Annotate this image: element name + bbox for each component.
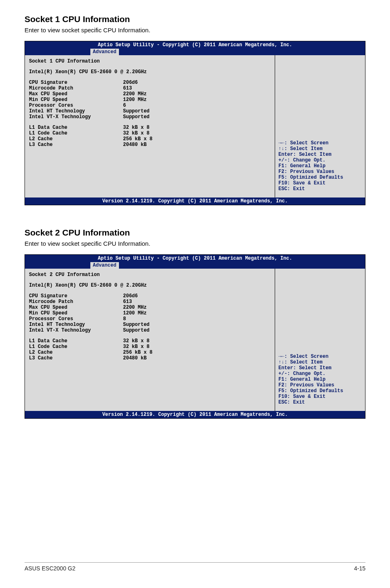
- bios-row: Intel HT TechnologySupported: [29, 322, 271, 328]
- row-label: Microcode Patch: [29, 85, 123, 91]
- row-label: Min CPU Speed: [29, 97, 123, 103]
- help-line: F2: Previous Values: [278, 169, 362, 175]
- bios-body: Socket 1 CPU Information Intel(R) Xeon(R…: [25, 55, 365, 197]
- help-line: ESC: Exit: [278, 186, 362, 192]
- bios-panel: Aptio Setup Utility - Copyright (C) 2011…: [25, 41, 365, 205]
- bios-tab-advanced[interactable]: Advanced: [90, 49, 119, 55]
- row-label: L2 Cache: [29, 350, 123, 355]
- row-value: 256 kB x 8: [123, 350, 271, 355]
- bios-cpu-line: Intel(R) Xeon(R) CPU E5-2660 0 @ 2.20GHz: [29, 283, 271, 288]
- row-label: Max CPU Speed: [29, 305, 123, 310]
- bios-right-pane: →←: Select Screen ↑↓: Select Item Enter:…: [275, 269, 365, 411]
- row-value: 6: [123, 103, 271, 108]
- row-value: Supported: [123, 108, 271, 114]
- row-value: 20480 kB: [123, 142, 271, 148]
- bios-row: Processor Cores8: [29, 316, 271, 322]
- bios-row: Max CPU Speed2200 MHz: [29, 305, 271, 310]
- row-label: Max CPU Speed: [29, 91, 123, 97]
- bios-row: Max CPU Speed2200 MHz: [29, 91, 271, 97]
- bios-row: Processor Cores6: [29, 103, 271, 108]
- row-value: 1200 MHz: [123, 310, 271, 316]
- bios-header: Aptio Setup Utility - Copyright (C) 2011…: [25, 255, 365, 262]
- row-value: Supported: [123, 114, 271, 120]
- section-2: Socket 2 CPU Information Enter to view s…: [25, 228, 365, 419]
- row-value: 20480 kB: [123, 355, 271, 361]
- footer-left: ASUS ESC2000 G2: [25, 565, 76, 572]
- bios-row: L3 Cache20480 kB: [29, 142, 271, 148]
- bios-cpu-line: Intel(R) Xeon(R) CPU E5-2660 0 @ 2.20GHz: [29, 69, 271, 75]
- row-value: 613: [123, 85, 271, 91]
- help-line: Enter: Select Item: [278, 365, 362, 371]
- bios-tabbar: Advanced: [25, 262, 365, 269]
- row-value: Supported: [123, 322, 271, 328]
- help-line: F1: General Help: [278, 163, 362, 169]
- bios-panel: Aptio Setup Utility - Copyright (C) 2011…: [25, 254, 365, 419]
- help-line: Enter: Select Item: [278, 152, 362, 157]
- row-label: Min CPU Speed: [29, 310, 123, 316]
- bios-left-pane: Socket 2 CPU Information Intel(R) Xeon(R…: [25, 269, 275, 411]
- bios-tabbar: Advanced: [25, 49, 365, 55]
- bios-row: Intel VT-X TechnologySupported: [29, 328, 271, 333]
- bios-row: Microcode Patch613: [29, 85, 271, 91]
- footer-right: 4-15: [354, 565, 365, 572]
- help-line: ↑↓: Select Item: [278, 146, 362, 152]
- row-label: Processor Cores: [29, 103, 123, 108]
- row-label: Intel HT Technology: [29, 322, 123, 328]
- bios-right-pane: →←: Select Screen ↑↓: Select Item Enter:…: [275, 55, 365, 197]
- row-value: 1200 MHz: [123, 97, 271, 103]
- help-line: F5: Optimized Defaults: [278, 388, 362, 394]
- help-line: +/-: Change Opt.: [278, 157, 362, 163]
- row-value: 206d6: [123, 80, 271, 85]
- row-label: L3 Cache: [29, 355, 123, 361]
- help-line: →←: Select Screen: [278, 140, 362, 146]
- row-label: Processor Cores: [29, 316, 123, 322]
- help-line: ESC: Exit: [278, 399, 362, 405]
- section-subtext: Enter to view socket specific CPU Inform…: [25, 27, 365, 34]
- help-line: F5: Optimized Defaults: [278, 175, 362, 180]
- bios-footer: Version 2.14.1219. Copyright (C) 2011 Am…: [25, 411, 365, 418]
- row-value: 32 kB x 8: [123, 338, 271, 344]
- row-label: L1 Data Cache: [29, 125, 123, 130]
- bios-row: Intel VT-X TechnologySupported: [29, 114, 271, 120]
- bios-row: Intel HT TechnologySupported: [29, 108, 271, 114]
- help-line: F10: Save & Exit: [278, 394, 362, 399]
- bios-title: Socket 2 CPU Information: [29, 272, 271, 278]
- help-line: ↑↓: Select Item: [278, 359, 362, 365]
- row-value: 32 kB x 8: [123, 125, 271, 130]
- bios-body: Socket 2 CPU Information Intel(R) Xeon(R…: [25, 269, 365, 411]
- bios-tab-advanced[interactable]: Advanced: [90, 262, 119, 269]
- row-label: CPU Signature: [29, 80, 123, 85]
- bios-footer: Version 2.14.1219. Copyright (C) 2011 Am…: [25, 197, 365, 205]
- row-value: 2200 MHz: [123, 305, 271, 310]
- row-value: 32 kB x 8: [123, 344, 271, 350]
- section-heading: Socket 1 CPU Information: [25, 14, 365, 24]
- row-label: CPU Signature: [29, 293, 123, 299]
- row-label: L1 Code Cache: [29, 130, 123, 136]
- row-value: 206d6: [123, 293, 271, 299]
- bios-row: L2 Cache256 kB x 8: [29, 136, 271, 142]
- bios-row: L1 Code Cache32 kB x 8: [29, 130, 271, 136]
- row-value: 32 kB x 8: [123, 130, 271, 136]
- help-line: F2: Previous Values: [278, 382, 362, 388]
- row-label: L1 Data Cache: [29, 338, 123, 344]
- bios-left-pane: Socket 1 CPU Information Intel(R) Xeon(R…: [25, 55, 275, 197]
- page-footer: ASUS ESC2000 G2 4-15: [25, 562, 365, 572]
- bios-header: Aptio Setup Utility - Copyright (C) 2011…: [25, 41, 365, 49]
- help-line: F1: General Help: [278, 377, 362, 382]
- bios-row: L1 Code Cache32 kB x 8: [29, 344, 271, 350]
- bios-row: CPU Signature206d6: [29, 80, 271, 85]
- bios-row: L2 Cache256 kB x 8: [29, 350, 271, 355]
- row-value: 2200 MHz: [123, 91, 271, 97]
- row-label: Microcode Patch: [29, 299, 123, 305]
- row-label: L2 Cache: [29, 136, 123, 142]
- help-line: +/-: Change Opt.: [278, 371, 362, 377]
- bios-row: L3 Cache20480 kB: [29, 355, 271, 361]
- bios-title: Socket 1 CPU Information: [29, 58, 271, 64]
- help-line: F10: Save & Exit: [278, 180, 362, 186]
- bios-row: L1 Data Cache32 kB x 8: [29, 338, 271, 344]
- row-label: L1 Code Cache: [29, 344, 123, 350]
- section-heading: Socket 2 CPU Information: [25, 228, 365, 238]
- bios-row: Min CPU Speed1200 MHz: [29, 310, 271, 316]
- row-label: Intel VT-X Technology: [29, 114, 123, 120]
- section-1: Socket 1 CPU Information Enter to view s…: [25, 14, 365, 205]
